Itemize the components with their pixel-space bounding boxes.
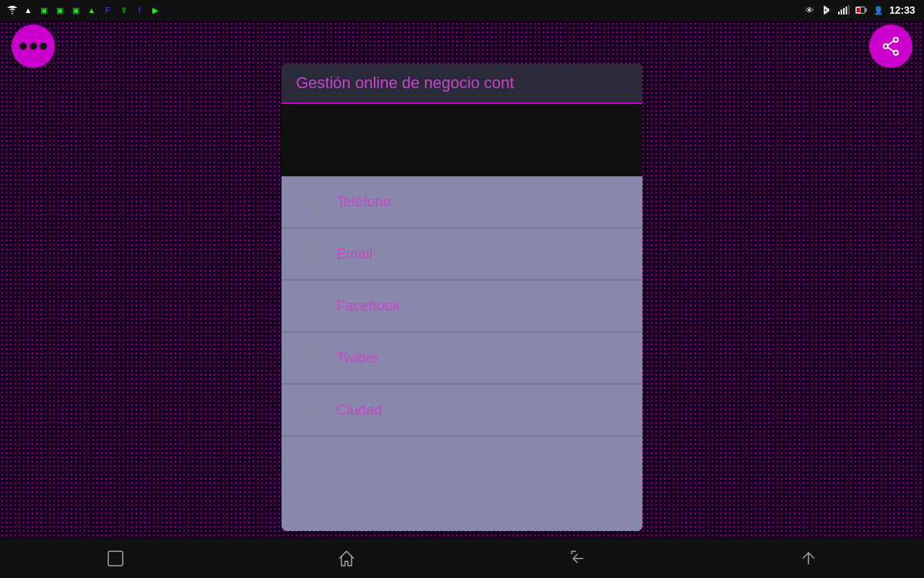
twitter-chevron: ›: [626, 350, 631, 366]
share-icon: [880, 35, 902, 57]
card-header: Gestión online de negocio cont: [282, 64, 642, 104]
svg-rect-14: [300, 248, 318, 261]
app-icon-5: F: [101, 4, 114, 17]
twitter-icon: [293, 342, 325, 374]
bluetooth-icon: [820, 4, 833, 17]
recent-apps-button[interactable]: [97, 544, 134, 573]
svg-point-11: [884, 44, 888, 48]
svg-rect-8: [856, 7, 860, 12]
ciudad-chevron: ›: [626, 402, 631, 418]
twitter-label: Twitter: [336, 350, 626, 366]
time-display: 12:33: [889, 4, 918, 16]
recent-apps-icon: [105, 548, 126, 569]
home-icon: [336, 548, 357, 569]
app-icon-1: ▣: [38, 4, 51, 17]
status-bar-right: 👁 👤 12:33: [803, 4, 918, 17]
phone-icon: [293, 186, 325, 218]
svg-rect-7: [865, 9, 866, 12]
up-button[interactable]: [790, 544, 827, 573]
svg-point-0: [12, 13, 13, 14]
logo-dot-1: [19, 43, 27, 50]
battery-icon: [855, 4, 868, 17]
card-title: Gestión online de negocio cont: [296, 74, 628, 92]
card-list: Teléfono › Email › Facebook ›: [282, 176, 642, 531]
back-button[interactable]: [559, 544, 596, 573]
ciudad-label: Ciudad: [336, 402, 626, 418]
arrow-up-icon: ▲: [22, 4, 35, 17]
svg-rect-4: [846, 7, 847, 14]
telefono-label: Teléfono: [336, 194, 626, 210]
svg-point-9: [894, 38, 898, 42]
telefono-chevron: ›: [626, 194, 631, 210]
list-item-twitter[interactable]: Twitter ›: [282, 332, 642, 384]
facebook-chevron: ›: [626, 298, 631, 314]
card-media: [282, 104, 642, 176]
facebook-icon: [293, 290, 325, 322]
logo-dot-3: [40, 43, 47, 50]
svg-point-10: [894, 51, 898, 55]
share-button[interactable]: [869, 25, 912, 68]
back-icon: [567, 548, 588, 569]
list-item-ciudad[interactable]: Ciudad ›: [282, 384, 642, 436]
svg-rect-2: [841, 9, 842, 14]
svg-line-13: [888, 48, 894, 52]
wifi-icon: [6, 4, 19, 17]
app-icon-4: ▲: [85, 4, 98, 17]
app-icon-6: ⇪: [117, 4, 130, 17]
signal-icon: [837, 4, 850, 17]
email-chevron: ›: [626, 246, 631, 262]
logo-dot-2: [30, 43, 37, 50]
svg-point-15: [307, 405, 311, 410]
svg-rect-1: [838, 12, 840, 14]
svg-rect-16: [108, 551, 123, 566]
card-footer: [282, 436, 642, 480]
logo-button[interactable]: [12, 25, 55, 68]
svg-rect-3: [843, 8, 845, 14]
list-item-telefono[interactable]: Teléfono ›: [282, 176, 642, 228]
main-card: Gestión online de negocio cont Teléfono …: [282, 64, 642, 531]
email-label: Email: [336, 246, 626, 262]
app-icon-3: ▣: [69, 4, 82, 17]
list-item-email[interactable]: Email ›: [282, 228, 642, 280]
app-icon-2: ▣: [53, 4, 66, 17]
list-item-facebook[interactable]: Facebook ›: [282, 280, 642, 332]
home-button[interactable]: [328, 544, 365, 573]
nav-bar: [0, 538, 924, 578]
eye-icon: 👁: [803, 4, 816, 17]
up-icon: [798, 548, 819, 569]
app-icon-8: ▶: [149, 4, 162, 17]
email-icon: [293, 238, 325, 270]
person-icon: 👤: [872, 4, 885, 17]
svg-line-12: [888, 41, 894, 46]
status-bar: ▲ ▣ ▣ ▣ ▲ F ⇪ f ▶ 👁 👤 12:33: [0, 0, 924, 20]
svg-rect-5: [848, 5, 850, 14]
location-icon: [293, 394, 325, 426]
app-icon-7: f: [133, 4, 146, 17]
status-bar-left: ▲ ▣ ▣ ▣ ▲ F ⇪ f ▶: [6, 4, 162, 17]
facebook-label: Facebook: [336, 298, 626, 314]
logo-dots: [19, 43, 47, 50]
